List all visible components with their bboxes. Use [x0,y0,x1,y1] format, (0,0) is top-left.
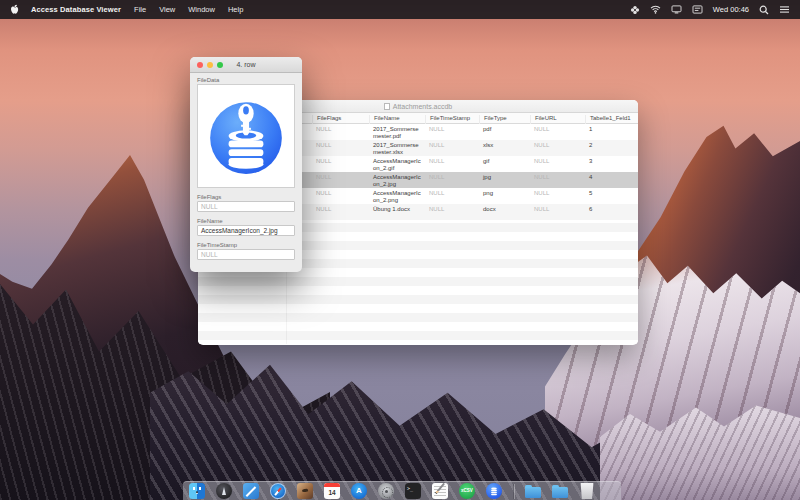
menu-bar-status-area: Wed 00:46 [630,5,790,15]
filedata-label: FileData [197,77,295,83]
database-mini-icon [488,485,500,497]
dock-folder-icon[interactable] [525,487,541,498]
calendar-day-number: 14 [324,487,340,498]
menu-bar: Access Database Viewer File View Window … [0,0,800,19]
cell-fileflags: NULL [312,206,365,213]
detail-window-title: 4. row [236,61,255,68]
cell-filename: 2017_Sommersemester.pdf [369,126,421,140]
column-header-filetimestamp[interactable]: FileTimeStamp [425,115,475,124]
cell-fileflags: NULL [312,158,365,165]
close-button[interactable] [197,62,203,68]
active-app-name[interactable]: Access Database Viewer [31,5,121,14]
cell-fileurl: NULL [530,174,581,181]
menu-view[interactable]: View [159,5,175,14]
filetimestamp-input[interactable]: NULL [197,249,295,260]
filetimestamp-label: FileTimeStamp [197,242,295,248]
cell-feld1: 2 [585,142,634,149]
menu-file[interactable]: File [134,5,146,14]
cell-filename: Übung 1.docx [369,206,421,220]
cell-filetimestamp: NULL [425,190,475,197]
cell-filetype: pdf [479,126,526,133]
cell-filetimestamp: NULL [425,158,475,165]
dock-textedit-icon[interactable] [432,483,448,499]
fileflags-label: FileFlags [197,194,295,200]
cell-filetimestamp: NULL [425,126,475,133]
cell-filetype: jpg [479,174,526,181]
dock: 14 A >_ xCSV [183,481,621,500]
cell-feld1: 6 [585,206,634,213]
cell-fileflags: NULL [312,190,365,197]
dock-launchpad-icon[interactable] [216,483,232,499]
cell-filetype: png [479,190,526,197]
column-header-tabelle1-feld1[interactable]: Tabelle1_Feld1 [585,115,634,124]
wifi-icon[interactable] [650,5,661,14]
column-header-fileurl[interactable]: FileURL [530,115,581,124]
cell-feld1: 1 [585,126,634,133]
cell-filename: 2017_Sommersemester.xlsx [369,142,421,156]
fan-icon[interactable] [630,5,640,15]
notification-center-icon[interactable] [779,5,790,14]
dock-app-store-icon[interactable]: A [351,483,367,499]
cell-feld1: 4 [585,174,634,181]
filedata-image-box[interactable] [197,84,295,188]
cell-filetimestamp: NULL [425,174,475,181]
menu-bar-clock[interactable]: Wed 00:46 [713,5,749,14]
detail-window-titlebar[interactable]: 4. row [190,57,302,73]
row-detail-window: 4. row FileData [190,57,302,272]
spotlight-icon[interactable] [759,5,769,15]
cell-fileurl: NULL [530,190,581,197]
database-with-key-icon [205,93,287,179]
minimize-button[interactable] [207,62,213,68]
apple-menu-icon[interactable] [10,4,19,15]
cell-filetype: xlsx [479,142,526,149]
display-icon[interactable] [671,5,682,14]
dock-folder-icon[interactable] [552,487,568,498]
keyboard-icon[interactable] [692,5,703,14]
column-header-filetype[interactable]: FileType [479,115,526,124]
dock-system-preferences-icon[interactable] [378,483,394,499]
menu-window[interactable]: Window [188,5,215,14]
cell-fileflags: NULL [312,174,365,181]
cell-filename: AccessManagerIcon_2.jpg [369,174,421,188]
document-icon [384,103,390,110]
dock-access-database-viewer-icon[interactable] [486,483,502,499]
fileflags-input[interactable]: NULL [197,201,295,212]
detail-window-body: FileData Fi [190,73,302,260]
menu-help[interactable]: Help [228,5,243,14]
filename-input[interactable]: AccessManagerIcon_2.jpg [197,225,295,236]
cell-filename: AccessManagerIcon_2.gif [369,158,421,172]
dock-safari-icon[interactable] [270,483,286,499]
table-window-title: Attachments.accdb [393,103,453,110]
cell-fileflags: NULL [312,142,365,149]
dock-xcsv-icon[interactable]: xCSV [459,483,475,499]
zoom-button[interactable] [217,62,223,68]
traffic-lights [197,62,223,68]
cell-feld1: 5 [585,190,634,197]
dock-terminal-icon[interactable]: >_ [405,483,421,499]
dock-finder-icon[interactable] [189,483,205,499]
cell-feld1: 3 [585,158,634,165]
filename-label: FileName [197,218,295,224]
dock-photos-icon[interactable] [297,483,313,499]
app-menus: File View Window Help [134,5,243,14]
cell-fileurl: NULL [530,206,581,213]
column-header-fileflags[interactable]: FileFlags [312,115,365,124]
cell-fileurl: NULL [530,126,581,133]
cell-filetimestamp: NULL [425,206,475,213]
cell-fileflags: NULL [312,126,365,133]
cell-filename: AccessManagerIcon_2.png [369,190,421,204]
dock-trash-icon[interactable] [579,483,595,499]
cell-filetype: gif [479,158,526,165]
cell-filetype: docx [479,206,526,213]
dock-divider [513,484,514,499]
cell-filetimestamp: NULL [425,142,475,149]
cell-fileurl: NULL [530,158,581,165]
dock-mail-icon[interactable] [243,483,259,499]
cell-fileurl: NULL [530,142,581,149]
column-header-filename[interactable]: FileName [369,115,421,124]
dock-calendar-icon[interactable]: 14 [324,483,340,499]
